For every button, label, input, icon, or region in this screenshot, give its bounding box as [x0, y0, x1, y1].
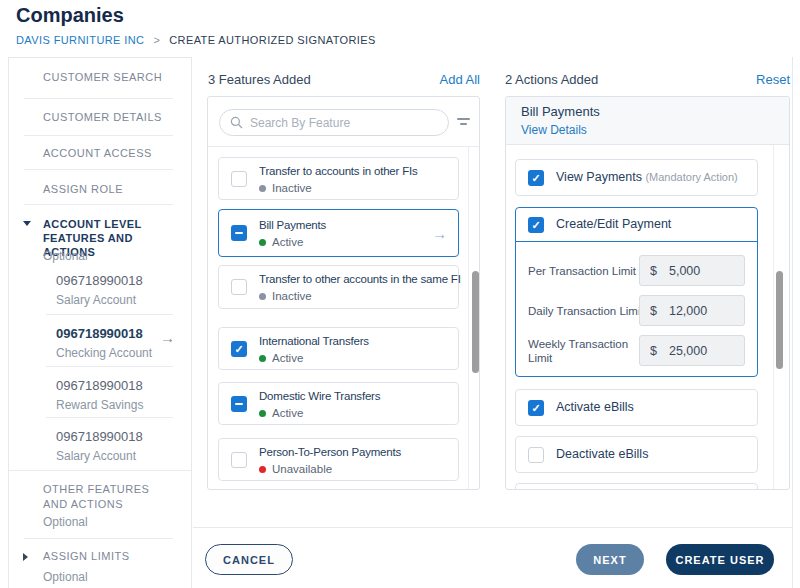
action-card-partial — [515, 483, 758, 490]
feature-name: Person-To-Person Payments — [259, 446, 452, 458]
weekly-transaction-limit-input[interactable]: $25,000 — [639, 335, 745, 366]
sidebar-account-item[interactable]: 096718990018 Salary Account — [56, 273, 143, 307]
status-dot-unavailable — [259, 466, 266, 473]
next-button[interactable]: NEXT — [576, 544, 644, 575]
checkbox-unchecked[interactable] — [231, 171, 247, 187]
limit-row: Weekly Transaction Limit $25,000 — [528, 335, 745, 366]
currency-symbol: $ — [650, 344, 657, 358]
checkbox-unchecked[interactable] — [231, 279, 247, 295]
divider — [46, 314, 173, 315]
optional-label: Optional — [43, 515, 88, 529]
limit-value: 25,000 — [669, 344, 707, 358]
feature-card-transfer-same-fi[interactable]: Transfer to other accounts in the same F… — [218, 265, 459, 309]
create-user-button[interactable]: CREATE USER — [666, 544, 774, 575]
create-edit-payment-header[interactable]: Create/Edit Payment — [516, 208, 757, 242]
sidebar-item-account-access[interactable]: ACCOUNT ACCESS — [43, 147, 152, 159]
checkbox-checked[interactable] — [528, 400, 544, 416]
arrow-right-icon: → — [432, 225, 447, 242]
sidebar-account-item-selected[interactable]: 096718990018 Checking Account — [56, 326, 152, 360]
account-number: 096718990018 — [56, 378, 143, 393]
action-card-create-edit-payment[interactable]: Create/Edit Payment Per Transaction Limi… — [515, 207, 758, 377]
filter-icon[interactable] — [457, 118, 470, 125]
footer-divider — [193, 527, 792, 528]
account-type: Salary Account — [56, 293, 143, 307]
checkbox-checked[interactable] — [528, 170, 544, 186]
actions-panel: Bill Payments View Details View Payments… — [505, 96, 790, 490]
account-type: Checking Account — [56, 346, 152, 360]
features-count: 3 Features Added — [208, 72, 311, 87]
action-name: View Payments — [556, 170, 642, 184]
checkbox-indeterminate[interactable] — [231, 225, 247, 241]
limit-value: 5,000 — [669, 264, 700, 278]
features-panel: Transfer to accounts in other FIs Inacti… — [207, 96, 480, 490]
chevron-down-icon — [23, 221, 31, 226]
add-all-link[interactable]: Add All — [440, 72, 480, 87]
sidebar-item-assign-role[interactable]: ASSIGN ROLE — [43, 183, 123, 195]
sidebar-item-customer-details[interactable]: CUSTOMER DETAILS — [43, 111, 162, 123]
divider — [46, 366, 173, 367]
limit-row: Daily Transaction Limit $12,000 — [528, 295, 745, 326]
feature-search-row — [208, 97, 479, 147]
companies-page: Companies DAVIS FURNITURE INC > CREATE A… — [0, 0, 800, 588]
sidebar: CUSTOMER SEARCH CUSTOMER DETAILS ACCOUNT… — [8, 57, 192, 588]
search-input[interactable] — [250, 116, 438, 130]
per-transaction-limit-input[interactable]: $5,000 — [639, 255, 745, 286]
status-dot-active — [259, 355, 266, 362]
feature-card-domestic-wire-transfers[interactable]: Domestic Wire Transfers Active — [218, 382, 459, 425]
selected-feature-name: Bill Payments — [521, 104, 789, 119]
divider — [9, 470, 191, 471]
action-card-activate-ebills[interactable]: Activate eBills — [515, 389, 758, 426]
scrollbar-track — [468, 147, 469, 489]
breadcrumb-company-link[interactable]: DAVIS FURNITURE INC — [16, 34, 144, 46]
checkbox-checked[interactable] — [528, 217, 544, 233]
feature-card-transfer-other-fis[interactable]: Transfer to accounts in other FIs Inacti… — [218, 157, 459, 200]
sidebar-account-item[interactable]: 096718990018 Salary Account — [56, 429, 143, 463]
optional-label: Optional — [43, 570, 88, 584]
action-card-view-payments[interactable]: View Payments (Mandatory Action) — [515, 159, 758, 196]
action-card-deactivate-ebills[interactable]: Deactivate eBills — [515, 436, 758, 473]
checkbox-indeterminate[interactable] — [231, 396, 247, 412]
feature-card-bill-payments[interactable]: Bill Payments Active → — [218, 209, 459, 257]
feature-name: Bill Payments — [259, 219, 452, 231]
scrollbar-thumb[interactable] — [472, 271, 479, 373]
limit-value: 12,000 — [669, 304, 707, 318]
page-title: Companies — [16, 4, 124, 27]
actions-count: 2 Actions Added — [505, 72, 598, 87]
search-field[interactable] — [219, 109, 449, 136]
divider — [24, 169, 173, 170]
sidebar-item-other-features[interactable]: OTHER FEATURES AND ACTIONS — [43, 482, 173, 512]
checkbox-unchecked[interactable] — [528, 447, 544, 463]
feature-card-person-to-person[interactable]: Person-To-Person Payments Unavailable — [218, 438, 459, 481]
limit-label: Weekly Transaction Limit — [528, 337, 646, 365]
scrollbar-thumb[interactable] — [776, 271, 783, 369]
divider — [24, 204, 173, 205]
action-list: View Payments (Mandatory Action) Create/… — [506, 145, 789, 489]
status-dot-active — [259, 410, 266, 417]
checkbox-checked[interactable] — [231, 341, 247, 357]
selected-feature-header: Bill Payments View Details — [506, 97, 789, 145]
daily-transaction-limit-input[interactable]: $12,000 — [639, 295, 745, 326]
account-number: 096718990018 — [56, 326, 152, 341]
account-number: 096718990018 — [56, 429, 143, 444]
account-number: 096718990018 — [56, 273, 143, 288]
optional-label: Optional — [43, 249, 88, 263]
view-details-link[interactable]: View Details — [521, 123, 587, 137]
feature-status: Unavailable — [272, 463, 332, 475]
sidebar-item-customer-search[interactable]: CUSTOMER SEARCH — [43, 71, 162, 83]
status-dot-inactive — [259, 293, 266, 300]
divider — [46, 417, 173, 418]
divider — [24, 135, 173, 136]
action-name: Create/Edit Payment — [556, 208, 751, 241]
cancel-button[interactable]: CANCEL — [205, 544, 293, 575]
feature-status: Inactive — [272, 182, 312, 194]
divider — [24, 98, 173, 99]
reset-link[interactable]: Reset — [756, 72, 790, 87]
sidebar-account-item[interactable]: 096718990018 Reward Savings — [56, 378, 143, 412]
panel-border — [792, 57, 793, 588]
chevron-right-icon: > — [153, 34, 160, 46]
checkbox-unchecked[interactable] — [231, 452, 247, 468]
status-dot-inactive — [259, 185, 266, 192]
feature-card-international-transfers[interactable]: International Transfers Active — [218, 327, 459, 370]
divider — [24, 538, 173, 539]
sidebar-item-assign-limits[interactable]: ASSIGN LIMITS — [43, 550, 130, 562]
